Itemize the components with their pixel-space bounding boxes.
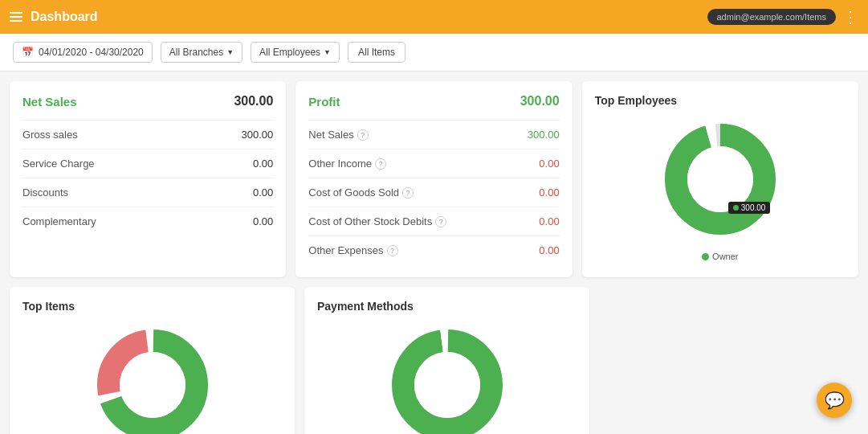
profit-net-sales-row: Net Sales ? 300.00	[308, 120, 559, 149]
chat-button[interactable]: 💬	[817, 383, 852, 418]
empty-bottom-card	[599, 287, 858, 434]
payment-methods-title: Payment Methods	[317, 300, 577, 313]
gross-sales-row: Gross sales 300.00	[22, 120, 273, 149]
chat-icon: 💬	[825, 391, 845, 410]
profit-cogs-row: Cost of Goods Sold ? 0.00	[308, 178, 559, 207]
net-sales-header: Net Sales 300.00	[22, 94, 273, 108]
profit-stock-debits-row: Cost of Other Stock Debits ? 0.00	[308, 207, 559, 235]
more-options-icon[interactable]: ⋮	[842, 7, 858, 27]
net-sales-value: 300.00	[234, 94, 273, 108]
discounts-label: Discounts	[22, 186, 68, 199]
net-sales-info-icon: ?	[357, 129, 369, 141]
profit-title: Profit	[308, 95, 340, 108]
profit-header: Profit 300.00	[308, 94, 559, 108]
profit-net-sales-label: Net Sales ?	[308, 129, 368, 141]
complementary-value: 0.00	[253, 215, 273, 227]
header-right: admin@example.com/Items ⋮	[707, 7, 859, 27]
profit-other-income-value: 0.00	[539, 158, 559, 170]
gross-sales-label: Gross sales	[22, 129, 78, 141]
profit-card: Profit 300.00 Net Sales ? 300.00 Other I…	[295, 81, 572, 277]
complementary-label: Complementary	[22, 215, 96, 227]
calendar-icon: 📅	[22, 47, 34, 58]
employees-dropdown[interactable]: All Employees ▼	[251, 42, 340, 63]
employees-legend: Owner	[702, 252, 738, 261]
hamburger-icon[interactable]	[10, 12, 22, 22]
profit-other-expenses-label: Other Expenses ?	[308, 244, 397, 256]
employees-donut-tooltip: 300.00	[728, 202, 771, 214]
bottom-cards-row: Top Items Green Tea	[10, 287, 858, 434]
top-items-donut-chart	[88, 321, 217, 434]
gross-sales-value: 300.00	[242, 129, 274, 141]
profit-cogs-label: Cost of Goods Sold ?	[308, 186, 414, 199]
tooltip-value: 300.00	[741, 203, 766, 212]
app-header: Dashboard admin@example.com/Items ⋮	[0, 0, 868, 34]
profit-other-income-row: Other Income ? 0.00	[308, 149, 559, 178]
top-employees-card: Top Employees 300.00	[582, 81, 858, 277]
profit-other-income-label: Other Income ?	[308, 158, 386, 170]
profit-net-sales-value: 300.00	[528, 129, 560, 141]
payment-donut-chart	[383, 321, 511, 434]
employees-label: All Employees	[259, 47, 320, 58]
employees-legend-dot	[702, 253, 709, 260]
complementary-row: Complementary 0.00	[22, 207, 273, 235]
items-label: All Items	[358, 47, 395, 58]
stock-debits-info-icon: ?	[435, 216, 446, 227]
profit-cogs-value: 0.00	[539, 186, 559, 199]
header-left: Dashboard	[10, 10, 98, 24]
employees-donut-chart	[656, 115, 784, 244]
top-cards-row: Net Sales 300.00 Gross sales 300.00 Serv…	[10, 81, 858, 277]
profit-other-expenses-row: Other Expenses ? 0.00	[308, 235, 559, 264]
svg-point-12	[414, 352, 480, 418]
service-charge-label: Service Charge	[22, 158, 95, 170]
svg-point-9	[120, 352, 185, 418]
profit-other-expenses-value: 0.00	[539, 244, 559, 256]
date-range-label: 04/01/2020 - 04/30/2020	[39, 47, 144, 58]
employees-donut-container: 300.00 Owner	[595, 115, 846, 261]
date-range-filter[interactable]: 📅 04/01/2020 - 04/30/2020	[13, 42, 153, 63]
profit-value: 300.00	[520, 94, 560, 108]
user-email: admin@example.com/Items	[707, 9, 837, 25]
employees-legend-item: Owner	[702, 252, 738, 261]
payment-donut-container: CASH	[317, 321, 577, 434]
branches-caret-icon: ▼	[226, 48, 234, 56]
top-items-card: Top Items Green Tea	[10, 287, 295, 434]
branches-label: All Branches	[169, 47, 223, 58]
profit-stock-debits-value: 0.00	[539, 215, 559, 227]
top-items-donut-container: Green Tea Black Tea	[22, 321, 282, 434]
employees-legend-label: Owner	[712, 252, 738, 261]
profit-stock-debits-label: Cost of Other Stock Debits ?	[308, 215, 446, 227]
tooltip-dot	[733, 205, 739, 211]
items-filter[interactable]: All Items	[348, 42, 405, 63]
discounts-row: Discounts 0.00	[22, 178, 273, 207]
app-title: Dashboard	[31, 10, 98, 24]
cogs-info-icon: ?	[402, 187, 414, 199]
net-sales-title: Net Sales	[22, 95, 77, 108]
discounts-value: 0.00	[253, 186, 273, 199]
branches-dropdown[interactable]: All Branches ▼	[161, 42, 242, 63]
net-sales-card: Net Sales 300.00 Gross sales 300.00 Serv…	[10, 81, 286, 277]
top-items-title: Top Items	[22, 300, 282, 313]
other-expenses-info-icon: ?	[387, 245, 398, 256]
service-charge-row: Service Charge 0.00	[22, 149, 273, 178]
top-employees-title: Top Employees	[595, 94, 846, 107]
other-income-info-icon: ?	[375, 158, 386, 170]
main-content: Net Sales 300.00 Gross sales 300.00 Serv…	[0, 72, 868, 434]
service-charge-value: 0.00	[253, 158, 273, 170]
employees-caret-icon: ▼	[324, 48, 331, 56]
filter-bar: 📅 04/01/2020 - 04/30/2020 All Branches ▼…	[0, 34, 868, 72]
payment-methods-card: Payment Methods CASH	[304, 287, 589, 434]
